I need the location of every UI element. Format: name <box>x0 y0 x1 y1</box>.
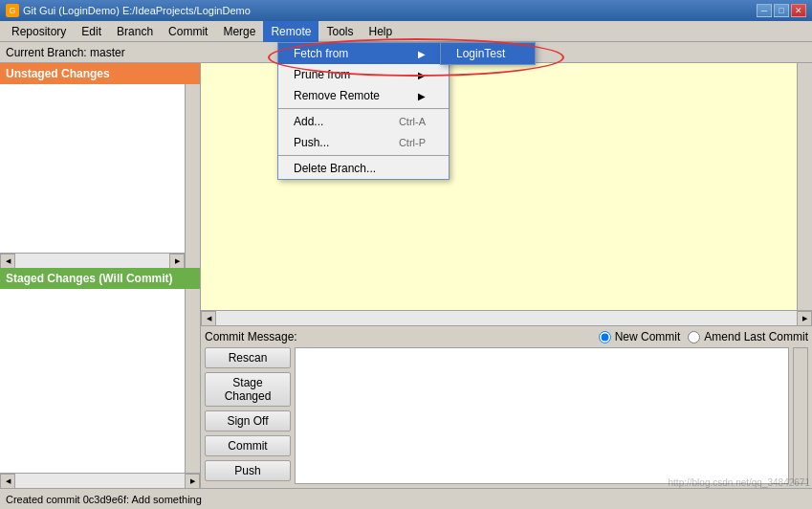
unstaged-vscroll[interactable] <box>185 84 200 268</box>
menu-edit[interactable]: Edit <box>74 21 109 42</box>
hscroll-left-arrow[interactable]: ◀ <box>0 254 15 269</box>
fetch-from-arrow: ▶ <box>418 49 426 59</box>
status-text: Created commit 0c3d9e6f: Add something <box>6 494 202 505</box>
hscroll-track[interactable] <box>15 254 169 268</box>
prune-from-menu-item[interactable]: Prune from ▶ <box>278 64 449 85</box>
stage-changed-button[interactable]: Stage Changed <box>205 372 291 407</box>
diff-hscroll-left[interactable]: ◀ <box>201 311 216 326</box>
window-controls: ─ □ ✕ <box>757 4 806 17</box>
menu-merge[interactable]: Merge <box>215 21 263 42</box>
remove-remote-arrow: ▶ <box>418 91 426 101</box>
delete-branch-menu-item[interactable]: Delete Branch... <box>278 158 449 179</box>
menu-branch[interactable]: Branch <box>109 21 161 42</box>
current-branch-text: Current Branch: master <box>6 46 125 59</box>
menu-repository[interactable]: Repository <box>4 21 74 42</box>
remote-dropdown-menu[interactable]: Fetch from ▶ Prune from ▶ Remove Remote … <box>277 42 450 180</box>
commit-button[interactable]: Commit <box>205 435 291 456</box>
maximize-button[interactable]: □ <box>774 4 789 17</box>
push-menu-item[interactable]: Push... Ctrl-P <box>278 132 449 153</box>
title-bar-left: G Git Gui (LoginDemo) E:/IdeaProjects/Lo… <box>6 4 251 17</box>
staged-list[interactable] <box>0 289 200 473</box>
commit-body: Rescan Stage Changed Sign Off Commit Pus… <box>205 347 808 484</box>
diff-hscroll-right[interactable]: ▶ <box>797 311 812 326</box>
commit-message-vscroll[interactable] <box>793 347 808 484</box>
rescan-button[interactable]: Rescan <box>205 347 291 368</box>
amend-commit-label: Amend Last Commit <box>704 330 808 343</box>
sign-off-button[interactable]: Sign Off <box>205 410 291 432</box>
menu-divider-1 <box>278 108 449 109</box>
menu-remote[interactable]: Remote <box>263 21 318 42</box>
fetch-from-menu-item[interactable]: Fetch from ▶ <box>278 43 449 64</box>
prune-from-arrow: ▶ <box>418 70 426 80</box>
window-title: Git Gui (LoginDemo) E:/IdeaProjects/Logi… <box>23 5 251 16</box>
left-bottom-hscroll[interactable]: ◀ ▶ <box>0 473 200 488</box>
amend-commit-radio[interactable] <box>688 331 700 343</box>
diff-vscroll[interactable] <box>797 63 812 310</box>
commit-header: Commit Message: New Commit Amend Last Co… <box>205 330 808 343</box>
status-bar: Created commit 0c3d9e6f: Add something <box>0 488 812 509</box>
commit-options: New Commit Amend Last Commit <box>599 330 808 343</box>
remove-remote-menu-item[interactable]: Remove Remote ▶ <box>278 85 449 106</box>
close-button[interactable]: ✕ <box>791 4 806 17</box>
diff-hscroll[interactable]: ◀ ▶ <box>201 310 812 325</box>
menu-help[interactable]: Help <box>361 21 400 42</box>
hscroll-right-arrow[interactable]: ▶ <box>169 254 185 269</box>
menu-commit[interactable]: Commit <box>161 21 215 42</box>
staged-vscroll[interactable] <box>185 289 200 473</box>
minimize-button[interactable]: ─ <box>757 4 772 17</box>
left-hscroll-track[interactable] <box>15 474 185 488</box>
new-commit-radio[interactable] <box>599 331 611 343</box>
unstaged-list[interactable]: ◀ ▶ <box>0 84 200 268</box>
menu-bar: Repository Edit Branch Commit Merge Remo… <box>0 21 812 42</box>
unstaged-hscroll[interactable]: ◀ ▶ <box>0 253 185 268</box>
diff-hscroll-track[interactable] <box>216 311 797 325</box>
commit-area: Commit Message: New Commit Amend Last Co… <box>201 325 812 488</box>
menu-tools[interactable]: Tools <box>318 21 361 42</box>
push-button[interactable]: Push <box>205 460 291 481</box>
title-bar: G Git Gui (LoginDemo) E:/IdeaProjects/Lo… <box>0 0 812 21</box>
app-icon: G <box>6 4 19 17</box>
commit-message-label: Commit Message: <box>205 330 297 343</box>
new-commit-radio-group[interactable]: New Commit <box>599 330 681 343</box>
left-panel: Unstaged Changes ◀ ▶ Staged Changes (Wil… <box>0 63 201 488</box>
new-commit-label: New Commit <box>615 330 681 343</box>
unstaged-section-header: Unstaged Changes <box>0 63 200 84</box>
left-hscroll-right[interactable]: ▶ <box>185 474 200 489</box>
left-hscroll-left[interactable]: ◀ <box>0 474 15 489</box>
commit-message-textarea[interactable] <box>295 347 789 484</box>
add-remote-menu-item[interactable]: Add... Ctrl-A <box>278 111 449 132</box>
add-shortcut: Ctrl-A <box>399 116 426 127</box>
amend-commit-radio-group[interactable]: Amend Last Commit <box>688 330 808 343</box>
push-shortcut: Ctrl-P <box>399 137 426 148</box>
commit-buttons: Rescan Stage Changed Sign Off Commit Pus… <box>205 347 291 484</box>
staged-section-header: Staged Changes (Will Commit) <box>0 268 200 289</box>
menu-divider-2 <box>278 155 449 156</box>
